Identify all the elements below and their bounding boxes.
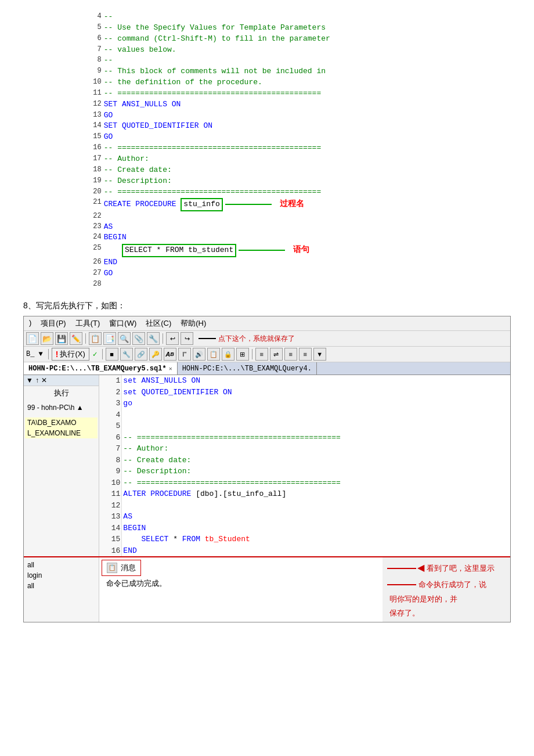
ide-line-number: 16 [99,545,122,557]
ide-keyword: set [123,388,136,397]
menu-item-window[interactable]: 窗口(W) [107,318,138,329]
line-number: 7 [81,45,103,56]
menu-item-tools[interactable]: 工具(T) [74,318,102,329]
bottom-tree-all[interactable]: all [25,560,98,570]
tb-new-btn[interactable]: 📄 [26,332,39,345]
bottom-tree-all2[interactable]: all [25,581,98,591]
top-code-section: 4--5-- Use the Specify Values for Templa… [81,12,453,289]
tab-query4[interactable]: HOHN-PC:E:\...\TB_EXAMQLQuery4. [178,362,317,375]
create-keyword: CREATE PROCEDURE [104,200,181,208]
tb-save-btn[interactable]: 💾 [55,332,68,345]
tb-undo-btn[interactable]: ↩ [166,332,179,345]
tb-lock-btn[interactable]: 🔒 [222,348,234,361]
save-annotation: 点下这个，系统就保存了 [218,334,295,344]
bottom-tree-login[interactable]: login [25,570,98,581]
code-content: -- Use the Specify Values for Template P… [103,23,453,34]
message-text: 命令已成功完成。 [102,578,380,589]
menu-item-help[interactable]: 帮助(H) [179,318,208,329]
execute-button[interactable]: ! 执行(X) [52,348,89,361]
tb-options-btn[interactable]: 🔧 [147,332,160,345]
code-content: GO [103,110,453,121]
ide-code-content: -- Create date: [122,455,510,466]
tree-item-ta[interactable]: TA\DB_EXAMO [25,417,98,428]
tb-debug-btn[interactable]: 🔧 [120,348,133,361]
top-code-row: 27GO [81,268,453,279]
tab-bar: HOHN-PC:E:\...\TB_EXAMQuery5.sql* ✕ HOHN… [24,362,510,375]
line-number: 26 [81,257,103,268]
tb-paste-btn[interactable]: 📑 [103,332,116,345]
close-icon[interactable]: ✕ [41,376,47,384]
ide-code-row: 9-- Description: [99,466,510,477]
code-content: SET ANSI_NULLS ON [103,99,453,110]
ide-code-content: SELECT * FROM tb_Student [122,534,510,545]
ide-keyword: QUOTED_IDENTIFIER [142,388,219,397]
ide-bottom-area: all login all 📋 消息 命令已成功完成。 ◀ 看到了吧，这里显示 [24,556,510,622]
top-code-row: 12SET ANSI_NULLS ON [81,99,453,110]
pin-icon: ▼ [26,376,33,384]
comment-text: -- =====================================… [104,188,321,196]
tb-key-btn[interactable]: 🔑 [149,348,162,361]
comment-text: -- [104,56,113,64]
ide-code-row: 8-- Create date: [99,455,510,466]
comment-text: -- =====================================… [104,143,321,152]
ide-code-content: -- =====================================… [122,477,510,489]
menu-item-project[interactable]: 项目(P) [39,318,67,329]
tb-ab-btn[interactable]: AB [164,348,176,361]
tab-query5[interactable]: HOHN-PC:E:\...\TB_EXAMQuery5.sql* ✕ [24,362,178,375]
tree-item-exam[interactable]: L_EXAMONLINE [25,428,98,438]
comment-text: -- the definition of the procedure. [104,78,262,87]
menu-item-community[interactable]: 社区(C) [144,318,173,329]
tb-connect-btn[interactable]: 🔗 [135,348,147,361]
code-content: GO [103,268,453,279]
comment-text: -- Description: [104,177,176,185]
code-content: GO [103,132,453,143]
ide-line-number: 8 [99,455,122,466]
tb-stop-btn[interactable]: ■ [106,348,118,361]
code-content: -- command (Ctrl-Shift-M) to fill in the… [103,34,453,45]
tb-align1-btn[interactable]: ≡ [284,348,297,361]
message-label: 消息 [121,563,136,573]
ide-line-number: 10 [99,477,122,489]
tb-redo-btn[interactable]: ↪ [181,332,193,345]
tb-sep-3 [48,349,49,359]
ide-keyword: set [123,376,136,385]
tree-item-server[interactable]: 99 - hohn-PC\h ▲ [25,402,98,413]
line-number: 16 [81,143,103,154]
keyword: GO [104,132,113,141]
ann-line3: 明你写的是对的，并 [387,592,506,606]
ide-code-content: ALTER PROCEDURE [dbo].[stu_info_all] [122,488,510,500]
tb-copy-btn[interactable]: 📋 [89,332,102,345]
comment-text: -- Create date: [104,165,176,174]
tb-indent-btn[interactable]: ≡ [255,348,268,361]
tb-clip2-btn[interactable]: 📋 [207,348,220,361]
ide-message-area: 📋 消息 命令已成功完成。 [99,557,383,622]
tb-edit-btn[interactable]: ✏️ [70,332,82,345]
comment-text: -- This block of comments will not be in… [104,67,326,75]
ide-code-content: -- =====================================… [122,432,510,444]
tab-query5-label: HOHN-PC:E:\...\TB_EXAMQuery5.sql* [28,365,167,373]
tb-open-btn[interactable]: 📂 [41,332,53,345]
top-code-row: 5-- Use the Specify Values for Template … [81,23,453,34]
tb-grid-btn[interactable]: ⊞ [236,348,249,361]
ide-code-row: 15 SELECT * FROM tb_Student [99,534,510,545]
line-number: 15 [81,132,103,143]
ide-code-row: 13AS [99,511,510,523]
tb-unindent-btn[interactable]: ⇌ [270,348,283,361]
top-code-row: 19-- Description: [81,176,453,187]
tb-sound-btn[interactable]: 🔊 [193,348,205,361]
keyword: SET [104,100,117,109]
tb-clip-btn[interactable]: 📎 [132,332,145,345]
tb-find-btn[interactable]: 🔍 [118,332,131,345]
ide-begin-keyword: BEGIN [123,524,146,532]
menu-item-close[interactable]: ) [27,318,33,329]
top-code-row: 9-- This block of comments will not be i… [81,66,453,77]
tab-query5-close[interactable]: ✕ [169,365,172,372]
tb-align2-btn[interactable]: ≡ [299,348,312,361]
top-code-row: 18-- Create date: [81,165,453,176]
left-panel-content: 99 - hohn-PC\h ▲ TA\DB_EXAMO L_EXAMONLIN… [24,400,99,441]
code-content: -- values below. [103,45,453,56]
tb-quote-btn[interactable]: I" [178,348,191,361]
ide-line-number: 2 [99,387,122,398]
comment-text: -- =====================================… [104,89,321,98]
tb-dropdown-btn[interactable]: ▼ [313,348,326,361]
